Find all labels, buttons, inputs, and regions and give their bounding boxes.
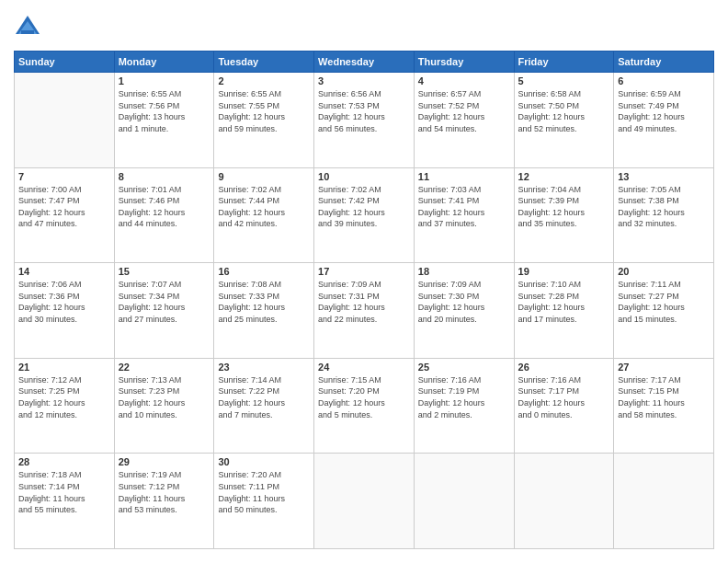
calendar-table: SundayMondayTuesdayWednesdayThursdayFrid… (14, 51, 714, 549)
day-info: Sunrise: 7:18 AM Sunset: 7:14 PM Dayligh… (18, 469, 110, 515)
day-info: Sunrise: 7:03 AM Sunset: 7:41 PM Dayligh… (418, 184, 510, 230)
day-info: Sunrise: 7:02 AM Sunset: 7:42 PM Dayligh… (318, 184, 410, 230)
day-number: 16 (218, 266, 310, 277)
day-info: Sunrise: 7:04 AM Sunset: 7:39 PM Dayligh… (518, 184, 610, 230)
day-cell: 18Sunrise: 7:09 AM Sunset: 7:30 PM Dayli… (414, 263, 514, 359)
day-number: 3 (318, 75, 410, 86)
day-number: 21 (18, 362, 110, 373)
day-cell: 15Sunrise: 7:07 AM Sunset: 7:34 PM Dayli… (114, 263, 214, 359)
day-info: Sunrise: 7:14 AM Sunset: 7:22 PM Dayligh… (218, 374, 310, 420)
day-number: 19 (518, 266, 610, 277)
day-number: 26 (518, 362, 610, 373)
day-info: Sunrise: 7:06 AM Sunset: 7:36 PM Dayligh… (18, 279, 110, 325)
day-cell: 5Sunrise: 6:58 AM Sunset: 7:50 PM Daylig… (514, 73, 614, 168)
day-info: Sunrise: 7:02 AM Sunset: 7:44 PM Dayligh… (218, 184, 310, 230)
day-cell: 14Sunrise: 7:06 AM Sunset: 7:36 PM Dayli… (15, 263, 115, 359)
day-cell (314, 454, 415, 549)
day-header-tuesday: Tuesday (214, 52, 314, 73)
day-cell: 26Sunrise: 7:16 AM Sunset: 7:17 PM Dayli… (514, 358, 614, 454)
day-number: 24 (318, 362, 410, 373)
day-info: Sunrise: 7:13 AM Sunset: 7:23 PM Dayligh… (119, 374, 210, 420)
day-cell: 10Sunrise: 7:02 AM Sunset: 7:42 PM Dayli… (314, 167, 415, 263)
header (14, 14, 714, 41)
logo-icon (14, 14, 41, 41)
day-number: 6 (618, 75, 710, 86)
day-cell: 22Sunrise: 7:13 AM Sunset: 7:23 PM Dayli… (114, 358, 214, 454)
day-number: 23 (218, 362, 310, 373)
day-cell: 2Sunrise: 6:55 AM Sunset: 7:55 PM Daylig… (214, 73, 314, 168)
day-info: Sunrise: 7:16 AM Sunset: 7:19 PM Dayligh… (418, 374, 510, 420)
header-row: SundayMondayTuesdayWednesdayThursdayFrid… (15, 52, 714, 73)
day-number: 11 (418, 171, 510, 182)
day-cell: 7Sunrise: 7:00 AM Sunset: 7:47 PM Daylig… (15, 167, 115, 263)
day-cell: 29Sunrise: 7:19 AM Sunset: 7:12 PM Dayli… (114, 454, 214, 549)
day-cell: 27Sunrise: 7:17 AM Sunset: 7:15 PM Dayli… (614, 358, 714, 454)
day-number: 12 (518, 171, 610, 182)
day-cell: 19Sunrise: 7:10 AM Sunset: 7:28 PM Dayli… (514, 263, 614, 359)
day-info: Sunrise: 7:09 AM Sunset: 7:31 PM Dayligh… (318, 279, 410, 325)
week-row-3: 14Sunrise: 7:06 AM Sunset: 7:36 PM Dayli… (15, 263, 714, 359)
day-info: Sunrise: 7:16 AM Sunset: 7:17 PM Dayligh… (518, 374, 610, 420)
day-number: 10 (318, 171, 410, 182)
day-info: Sunrise: 7:07 AM Sunset: 7:34 PM Dayligh… (119, 279, 210, 325)
day-info: Sunrise: 7:08 AM Sunset: 7:33 PM Dayligh… (218, 279, 310, 325)
day-info: Sunrise: 6:55 AM Sunset: 7:56 PM Dayligh… (119, 88, 210, 134)
day-number: 17 (318, 266, 410, 277)
day-number: 9 (218, 171, 310, 182)
day-number: 20 (618, 266, 710, 277)
day-number: 5 (518, 75, 610, 86)
day-number: 14 (18, 266, 110, 277)
day-info: Sunrise: 7:12 AM Sunset: 7:25 PM Dayligh… (18, 374, 110, 420)
day-cell: 21Sunrise: 7:12 AM Sunset: 7:25 PM Dayli… (15, 358, 115, 454)
day-info: Sunrise: 7:15 AM Sunset: 7:20 PM Dayligh… (318, 374, 410, 420)
day-cell: 3Sunrise: 6:56 AM Sunset: 7:53 PM Daylig… (314, 73, 415, 168)
day-header-saturday: Saturday (614, 52, 714, 73)
day-cell (15, 73, 115, 168)
day-info: Sunrise: 6:58 AM Sunset: 7:50 PM Dayligh… (518, 88, 610, 134)
day-cell (514, 454, 614, 549)
day-number: 30 (218, 456, 310, 467)
day-cell (414, 454, 514, 549)
day-number: 13 (618, 171, 710, 182)
week-row-2: 7Sunrise: 7:00 AM Sunset: 7:47 PM Daylig… (15, 167, 714, 263)
day-info: Sunrise: 7:20 AM Sunset: 7:11 PM Dayligh… (218, 469, 310, 515)
day-cell: 13Sunrise: 7:05 AM Sunset: 7:38 PM Dayli… (614, 167, 714, 263)
day-number: 4 (418, 75, 510, 86)
day-info: Sunrise: 6:57 AM Sunset: 7:52 PM Dayligh… (418, 88, 510, 134)
week-row-1: 1Sunrise: 6:55 AM Sunset: 7:56 PM Daylig… (15, 73, 714, 168)
day-number: 2 (218, 75, 310, 86)
day-info: Sunrise: 7:17 AM Sunset: 7:15 PM Dayligh… (618, 374, 710, 420)
page: SundayMondayTuesdayWednesdayThursdayFrid… (0, 0, 728, 563)
day-info: Sunrise: 6:55 AM Sunset: 7:55 PM Dayligh… (218, 88, 310, 134)
day-cell: 24Sunrise: 7:15 AM Sunset: 7:20 PM Dayli… (314, 358, 415, 454)
day-cell: 17Sunrise: 7:09 AM Sunset: 7:31 PM Dayli… (314, 263, 415, 359)
day-cell: 4Sunrise: 6:57 AM Sunset: 7:52 PM Daylig… (414, 73, 514, 168)
day-number: 8 (119, 171, 210, 182)
day-number: 7 (18, 171, 110, 182)
day-cell: 20Sunrise: 7:11 AM Sunset: 7:27 PM Dayli… (614, 263, 714, 359)
week-row-5: 28Sunrise: 7:18 AM Sunset: 7:14 PM Dayli… (15, 454, 714, 549)
day-number: 27 (618, 362, 710, 373)
day-info: Sunrise: 7:19 AM Sunset: 7:12 PM Dayligh… (119, 469, 210, 515)
day-cell: 28Sunrise: 7:18 AM Sunset: 7:14 PM Dayli… (15, 454, 115, 549)
day-number: 18 (418, 266, 510, 277)
day-cell: 8Sunrise: 7:01 AM Sunset: 7:46 PM Daylig… (114, 167, 214, 263)
week-row-4: 21Sunrise: 7:12 AM Sunset: 7:25 PM Dayli… (15, 358, 714, 454)
day-info: Sunrise: 7:00 AM Sunset: 7:47 PM Dayligh… (18, 184, 110, 230)
day-cell: 30Sunrise: 7:20 AM Sunset: 7:11 PM Dayli… (214, 454, 314, 549)
day-cell: 25Sunrise: 7:16 AM Sunset: 7:19 PM Dayli… (414, 358, 514, 454)
day-header-friday: Friday (514, 52, 614, 73)
day-info: Sunrise: 6:56 AM Sunset: 7:53 PM Dayligh… (318, 88, 410, 134)
day-info: Sunrise: 7:11 AM Sunset: 7:27 PM Dayligh… (618, 279, 710, 325)
day-number: 29 (119, 456, 210, 467)
day-number: 25 (418, 362, 510, 373)
day-cell: 9Sunrise: 7:02 AM Sunset: 7:44 PM Daylig… (214, 167, 314, 263)
day-info: Sunrise: 7:01 AM Sunset: 7:46 PM Dayligh… (119, 184, 210, 230)
day-number: 28 (18, 456, 110, 467)
svg-rect-2 (21, 30, 34, 34)
logo (14, 14, 45, 41)
day-info: Sunrise: 6:59 AM Sunset: 7:49 PM Dayligh… (618, 88, 710, 134)
day-header-thursday: Thursday (414, 52, 514, 73)
day-cell: 16Sunrise: 7:08 AM Sunset: 7:33 PM Dayli… (214, 263, 314, 359)
day-cell (614, 454, 714, 549)
